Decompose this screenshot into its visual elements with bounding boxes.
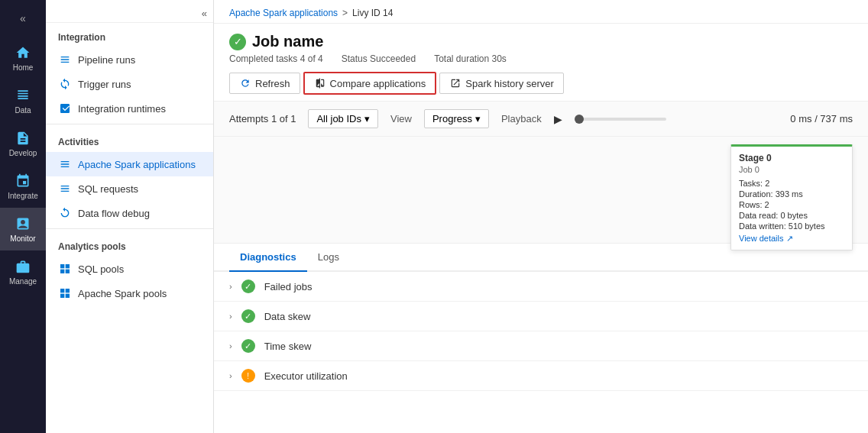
- icon-nav-collapse[interactable]: «: [14, 6, 32, 31]
- completed-tasks: Completed tasks 4 of 4: [229, 53, 323, 64]
- nav-item-monitor[interactable]: Monitor: [0, 208, 46, 250]
- stage-row-2: Rows: 2: [739, 200, 844, 209]
- view-details-link[interactable]: View details ↗: [739, 234, 844, 244]
- job-title: Job name: [252, 33, 323, 50]
- attempts-bar: Attempts 1 of 1 All job IDs ▾ View Progr…: [214, 102, 868, 137]
- chevron-data-skew: ›: [229, 312, 232, 321]
- compare-applications-label: Compare applications: [330, 78, 426, 89]
- sidebar-item-pipeline-runs[interactable]: Pipeline runs: [46, 47, 213, 72]
- tab-logs[interactable]: Logs: [307, 244, 350, 272]
- data-flow-debug-icon: [58, 206, 72, 220]
- section-activities: Activities: [46, 128, 213, 152]
- section-integration: Integration: [46, 23, 213, 47]
- spark-applications-icon: [58, 157, 72, 171]
- diag-item-failed-jobs[interactable]: › ✓ Failed jobs: [214, 272, 868, 302]
- attempts-label: Attempts 1 of 1: [229, 113, 296, 124]
- job-meta: Completed tasks 4 of 4 Status Succeeded …: [229, 53, 853, 64]
- breadcrumb-link[interactable]: Apache Spark applications: [229, 8, 338, 18]
- compare-applications-button[interactable]: Compare applications: [303, 72, 437, 95]
- refresh-button[interactable]: Refresh: [229, 73, 300, 94]
- breadcrumb: Apache Spark applications > Livy ID 14: [214, 0, 868, 24]
- sidebar-label-sql-requests: SQL requests: [78, 183, 138, 195]
- diag-item-executor-utilization[interactable]: › ! Executor utilization: [214, 361, 868, 391]
- side-panel-header: «: [46, 0, 213, 23]
- sidebar-item-spark-applications[interactable]: Apache Spark applications: [46, 152, 213, 176]
- manage-icon: [15, 258, 31, 275]
- svg-rect-2: [60, 270, 64, 273]
- playback-label: Playback: [501, 113, 542, 124]
- progress-select[interactable]: Progress ▾: [424, 109, 489, 128]
- spark-history-server-label: Spark history server: [465, 78, 554, 89]
- sidebar-label-trigger-runs: Trigger runs: [78, 79, 131, 90]
- spark-pools-icon: [58, 286, 72, 300]
- side-panel-collapse[interactable]: «: [202, 8, 207, 19]
- diag-label-time-skew: Time skew: [264, 341, 312, 352]
- stage-sub: Job 0: [739, 165, 844, 174]
- job-header: ✓ Job name Completed tasks 4 of 4 Status…: [214, 24, 868, 102]
- nav-item-home[interactable]: Home: [0, 37, 46, 79]
- spark-history-icon: [449, 77, 462, 89]
- job-success-icon: ✓: [229, 34, 246, 50]
- toolbar: Refresh Compare applications Spark histo…: [229, 72, 853, 95]
- view-label: View: [390, 113, 412, 124]
- diag-label-executor: Executor utilization: [264, 370, 348, 382]
- progress-label: Progress: [432, 113, 472, 124]
- tab-diagnostics[interactable]: Diagnostics: [229, 244, 307, 272]
- nav-label-home: Home: [13, 63, 34, 72]
- nav-label-develop: Develop: [9, 149, 37, 157]
- svg-rect-7: [66, 294, 70, 298]
- side-panel: « Integration Pipeline runs Trigger runs…: [46, 0, 214, 433]
- sidebar-item-sql-pools[interactable]: SQL pools: [46, 257, 213, 281]
- nav-item-develop[interactable]: Develop: [0, 122, 46, 165]
- trigger-runs-icon: [58, 77, 72, 91]
- sidebar-item-data-flow-debug[interactable]: Data flow debug: [46, 201, 213, 225]
- diag-label-failed-jobs: Failed jobs: [264, 281, 313, 292]
- all-job-ids-select[interactable]: All job IDs ▾: [308, 109, 378, 128]
- sidebar-label-integration-runtimes: Integration runtimes: [78, 103, 166, 115]
- spark-history-server-button[interactable]: Spark history server: [439, 73, 564, 94]
- stage-title: Stage 0: [739, 153, 844, 163]
- svg-rect-4: [60, 289, 64, 292]
- nav-item-manage[interactable]: Manage: [0, 250, 46, 293]
- job-status: Status Succeeded: [342, 53, 416, 64]
- diagnostics-list: › ✓ Failed jobs › ✓ Data skew › ✓ Time s…: [214, 272, 868, 391]
- nav-label-data: Data: [15, 106, 31, 115]
- stage-row-0: Tasks: 2: [739, 179, 844, 188]
- chevron-failed-jobs: ›: [229, 282, 232, 291]
- nav-label-monitor: Monitor: [10, 234, 35, 243]
- diag-item-data-skew[interactable]: › ✓ Data skew: [214, 302, 868, 331]
- sidebar-item-integration-runtimes[interactable]: Integration runtimes: [46, 96, 213, 121]
- sidebar-item-trigger-runs[interactable]: Trigger runs: [46, 72, 213, 96]
- chevron-time-skew: ›: [229, 341, 232, 351]
- play-button[interactable]: ▶: [554, 113, 562, 125]
- sql-pools-icon: [58, 262, 72, 276]
- stage-row-4: Data written: 510 bytes: [739, 221, 844, 231]
- content-area: Attempts 1 of 1 All job IDs ▾ View Progr…: [214, 102, 868, 433]
- stage-row-1: Duration: 393 ms: [739, 189, 844, 199]
- progress-track[interactable]: [575, 118, 666, 121]
- icon-nav: « Home Data Develop Integrate Monitor Ma…: [0, 0, 46, 433]
- sidebar-label-sql-pools: SQL pools: [78, 263, 124, 275]
- nav-label-integrate: Integrate: [8, 192, 37, 200]
- sidebar-item-sql-requests[interactable]: SQL requests: [46, 176, 213, 201]
- progress-chevron: ▾: [475, 113, 481, 124]
- refresh-label: Refresh: [255, 78, 290, 89]
- nav-item-integrate[interactable]: Integrate: [0, 165, 46, 208]
- status-icon-failed-jobs: ✓: [241, 280, 255, 293]
- sidebar-label-pipeline-runs: Pipeline runs: [78, 54, 135, 66]
- all-job-ids-label: All job IDs: [316, 113, 361, 124]
- nav-item-data[interactable]: Data: [0, 79, 46, 122]
- refresh-icon: [239, 77, 251, 89]
- develop-icon: [15, 130, 31, 147]
- section-analytics-pools: Analytics pools: [46, 232, 213, 257]
- stage-row-3: Data read: 0 bytes: [739, 211, 844, 220]
- integrate-icon: [15, 173, 31, 189]
- diag-item-time-skew[interactable]: › ✓ Time skew: [214, 331, 868, 361]
- sidebar-item-spark-pools[interactable]: Apache Spark pools: [46, 281, 213, 305]
- data-icon: [15, 87, 31, 104]
- svg-rect-0: [60, 264, 64, 268]
- chevron-executor: ›: [229, 371, 232, 380]
- compare-icon: [314, 77, 326, 89]
- sidebar-label-spark-applications: Apache Spark applications: [78, 159, 196, 170]
- home-icon: [15, 44, 31, 61]
